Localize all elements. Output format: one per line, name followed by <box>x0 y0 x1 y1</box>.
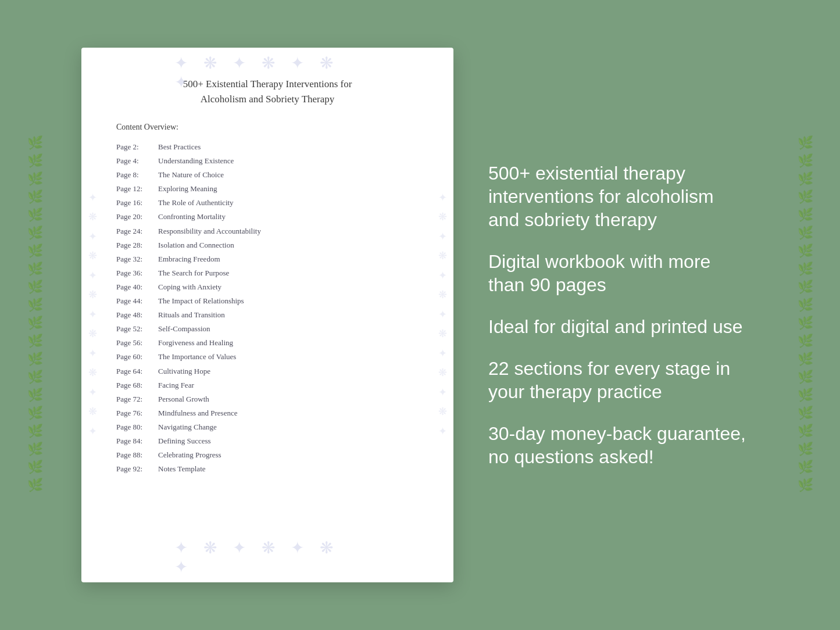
table-row: Page 40: Coping with Anxiety <box>116 280 419 294</box>
toc-page-number: Page 84: <box>116 435 158 448</box>
table-row: Page 72: Personal Growth <box>116 392 419 406</box>
table-row: Page 24: Responsibility and Accountabili… <box>116 224 419 238</box>
toc-page-title: Facing Fear <box>158 379 194 392</box>
toc-page-number: Page 24: <box>116 225 158 238</box>
toc-page-number: Page 52: <box>116 323 158 335</box>
toc-page-number: Page 40: <box>116 281 158 293</box>
toc-page-title: The Role of Authenticity <box>158 196 234 209</box>
toc-page-number: Page 80: <box>116 421 158 434</box>
toc-page-title: Defining Success <box>158 435 211 448</box>
toc-page-title: Best Practices <box>158 141 201 153</box>
toc-page-title: Mindfulness and Presence <box>158 407 237 420</box>
toc-page-title: Responsibility and Accountability <box>158 225 261 238</box>
toc-page-title: Embracing Freedom <box>158 253 220 266</box>
toc-page-number: Page 92: <box>116 463 158 475</box>
table-row: Page 84: Defining Success <box>116 434 419 448</box>
table-row: Page 76: Mindfulness and Presence <box>116 406 419 420</box>
toc-page-number: Page 16: <box>116 196 158 209</box>
table-row: Page 20: Confronting Mortality <box>116 210 419 224</box>
table-row: Page 2: Best Practices <box>116 140 419 154</box>
toc-page-title: Rituals and Transition <box>158 309 225 321</box>
toc-page-number: Page 32: <box>116 253 158 266</box>
toc-page-number: Page 72: <box>116 393 158 406</box>
table-row: Page 4: Understanding Existence <box>116 154 419 168</box>
table-row: Page 12: Exploring Meaning <box>116 182 419 196</box>
toc-page-title: The Search for Purpose <box>158 267 229 280</box>
toc-page-number: Page 64: <box>116 365 158 378</box>
toc-page-number: Page 56: <box>116 337 158 349</box>
toc-page-number: Page 88: <box>116 449 158 461</box>
toc-page-title: Personal Growth <box>158 393 209 406</box>
info-block-5: 30-day money-back guarantee, no question… <box>488 422 747 468</box>
doc-decoration-side-left: ✦ ❋ ✦ ❋ ✦ ❋ ✦ ❋ ✦ ❋ ✦ ❋ ✦ <box>86 191 99 439</box>
table-row: Page 64: Cultivating Hope <box>116 364 419 378</box>
info-panel: 500+ existential therapy interventions f… <box>488 162 759 468</box>
toc-page-title: The Nature of Choice <box>158 169 224 181</box>
toc-page-title: Isolation and Connection <box>158 239 234 252</box>
table-row: Page 68: Facing Fear <box>116 378 419 392</box>
doc-decoration-side-right: ✦ ❋ ✦ ❋ ✦ ❋ ✦ ❋ ✦ ❋ ✦ ❋ ✦ <box>436 191 449 439</box>
toc-page-title: Self-Compassion <box>158 323 210 335</box>
info-block-4: 22 sections for every stage in your ther… <box>488 357 747 403</box>
table-row: Page 44: The Impact of Relationships <box>116 294 419 308</box>
table-row: Page 80: Navigating Change <box>116 420 419 434</box>
table-row: Page 56: Forgiveness and Healing <box>116 336 419 350</box>
toc-page-title: Navigating Change <box>158 421 217 434</box>
toc-page-title: The Impact of Relationships <box>158 295 244 307</box>
info-block-1: 500+ existential therapy interventions f… <box>488 162 747 231</box>
toc-page-title: Understanding Existence <box>158 155 234 167</box>
table-row: Page 32: Embracing Freedom <box>116 252 419 266</box>
toc-page-number: Page 60: <box>116 350 158 363</box>
info-block-3: Ideal for digital and printed use <box>488 315 747 338</box>
toc-page-number: Page 44: <box>116 295 158 307</box>
toc-page-number: Page 76: <box>116 407 158 420</box>
toc-page-title: Exploring Meaning <box>158 182 217 195</box>
document-panel: ✦ ❋ ✦ ❋ ✦ ❋ ✦ ✦ ❋ ✦ ❋ ✦ ❋ ✦ ❋ ✦ ❋ ✦ ❋ ✦ … <box>81 48 453 582</box>
table-row: Page 92: Notes Template <box>116 462 419 476</box>
table-row: Page 48: Rituals and Transition <box>116 308 419 322</box>
table-row: Page 36: The Search for Purpose <box>116 266 419 280</box>
toc-page-title: Notes Template <box>158 463 206 475</box>
toc-page-number: Page 20: <box>116 210 158 223</box>
toc-page-number: Page 36: <box>116 267 158 280</box>
toc-page-title: Celebrating Progress <box>158 449 221 461</box>
toc-page-title: Coping with Anxiety <box>158 281 221 293</box>
toc-page-number: Page 4: <box>116 155 158 167</box>
doc-decoration-bottom: ✦ ❋ ✦ ❋ ✦ ❋ ✦ <box>174 538 360 577</box>
toc-page-number: Page 2: <box>116 141 158 153</box>
toc-page-number: Page 28: <box>116 239 158 252</box>
table-row: Page 52: Self-Compassion <box>116 322 419 336</box>
toc-page-title: Confronting Mortality <box>158 210 226 223</box>
toc-page-number: Page 68: <box>116 379 158 392</box>
toc-page-number: Page 8: <box>116 169 158 181</box>
table-row: Page 88: Celebrating Progress <box>116 448 419 462</box>
toc-page-title: Cultivating Hope <box>158 365 210 378</box>
table-row: Page 8: The Nature of Choice <box>116 168 419 182</box>
doc-decoration-top: ✦ ❋ ✦ ❋ ✦ ❋ ✦ <box>174 53 360 92</box>
info-block-2: Digital workbook with more than 90 pages <box>488 250 747 296</box>
table-row: Page 16: The Role of Authenticity <box>116 196 419 210</box>
toc-page-number: Page 48: <box>116 309 158 321</box>
table-row: Page 60: The Importance of Values <box>116 350 419 364</box>
table-row: Page 28: Isolation and Connection <box>116 238 419 252</box>
main-layout: ✦ ❋ ✦ ❋ ✦ ❋ ✦ ✦ ❋ ✦ ❋ ✦ ❋ ✦ ❋ ✦ ❋ ✦ ❋ ✦ … <box>0 0 840 630</box>
toc-page-number: Page 12: <box>116 182 158 195</box>
section-label: Content Overview: <box>116 123 419 132</box>
table-of-contents: Page 2: Best PracticesPage 4: Understand… <box>116 140 419 476</box>
toc-page-title: Forgiveness and Healing <box>158 337 233 349</box>
toc-page-title: The Importance of Values <box>158 350 236 363</box>
